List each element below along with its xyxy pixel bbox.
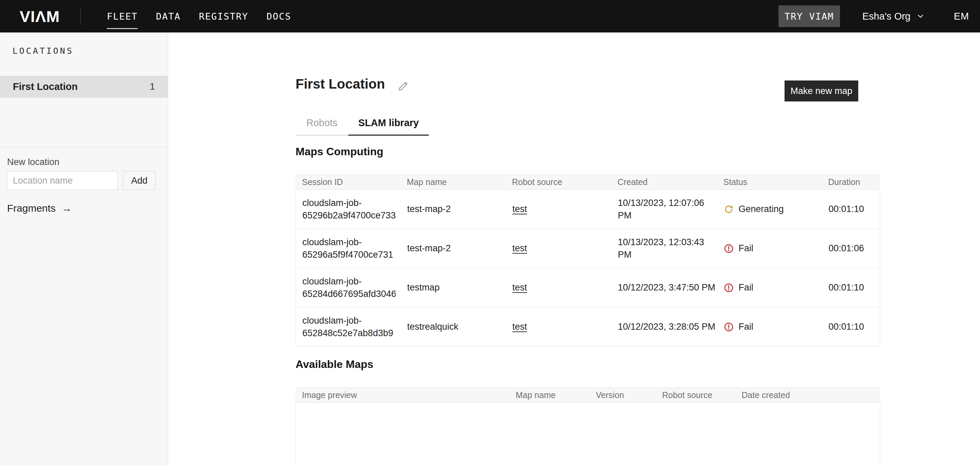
- fragments-link[interactable]: Fragments →: [7, 202, 72, 214]
- map-name-text: testmap: [407, 282, 440, 293]
- created-cell: 10/13/2023, 12:07:06 PM: [611, 197, 717, 222]
- table-row: cloudslam-job-652848c52e7ab8d3b9 testrea…: [296, 307, 880, 347]
- location-name: First Location: [13, 81, 78, 92]
- maps-computing-table-header: Session ID Map name Robot source Created…: [296, 175, 880, 190]
- duration-text: 00:01:10: [829, 321, 864, 332]
- status-cell: Fail: [717, 321, 822, 333]
- maps-computing-heading: Maps Computing: [296, 145, 383, 158]
- primary-nav: FLEET DATA REGISTRY DOCS: [107, 11, 291, 22]
- chevron-down-icon: [916, 12, 925, 21]
- duration-cell: 00:01:10: [822, 282, 880, 294]
- viam-logo[interactable]: VIΛM: [20, 7, 60, 26]
- robot-source-cell: test: [506, 321, 611, 333]
- column-header-duration: Duration: [822, 177, 880, 187]
- robot-source-link[interactable]: test: [512, 321, 527, 332]
- created-text: 10/13/2023, 12:07:06 PM: [618, 197, 717, 222]
- maps-computing-table-body: cloudslam-job-65296b2a9f4700ce733 test-m…: [296, 190, 880, 347]
- session-id-cell: cloudslam-job-652848c52e7ab8d3b9: [296, 315, 401, 340]
- available-maps-empty-body: [296, 403, 880, 466]
- fragments-label: Fragments: [7, 202, 56, 214]
- column-header-status: Status: [717, 177, 822, 187]
- column-header-date-created: Date created: [735, 390, 880, 400]
- page-title: First Location: [296, 76, 385, 92]
- map-name-cell: testrealquick: [401, 321, 506, 333]
- created-cell: 10/12/2023, 3:47:50 PM: [611, 282, 717, 294]
- column-header-map-name: Map name: [509, 390, 589, 400]
- created-cell: 10/13/2023, 12:03:43 PM: [611, 236, 717, 261]
- map-name-cell: test-map-2: [401, 203, 506, 215]
- status-cell: Fail: [717, 282, 822, 294]
- nav-data[interactable]: DATA: [156, 11, 181, 22]
- nav-registry[interactable]: REGISTRY: [199, 11, 248, 22]
- new-location-input[interactable]: [7, 171, 118, 190]
- status-text: Fail: [738, 321, 753, 333]
- sidebar-divider: [0, 147, 168, 147]
- edit-location-name-button[interactable]: [396, 79, 410, 94]
- arrow-right-icon: →: [62, 202, 72, 214]
- column-header-created: Created: [611, 177, 717, 187]
- available-maps-table: Image preview Map name Version Robot sou…: [296, 388, 880, 466]
- status-cell: Fail: [717, 242, 822, 254]
- session-id-cell: cloudslam-job-65296b2a9f4700ce733: [296, 197, 401, 222]
- session-id-text: cloudslam-job-65296a5f9f4700ce731: [302, 236, 396, 261]
- nav-docs[interactable]: DOCS: [266, 11, 291, 22]
- session-id-cell: cloudslam-job-65296a5f9f4700ce731: [296, 236, 401, 261]
- add-location-button[interactable]: Add: [123, 171, 156, 190]
- session-id-text: cloudslam-job-65296b2a9f4700ce733: [302, 197, 396, 222]
- maps-computing-table: Session ID Map name Robot source Created…: [296, 175, 880, 347]
- session-id-cell: cloudslam-job-65284d667695afd3046: [296, 275, 401, 300]
- robot-source-cell: test: [506, 242, 611, 254]
- map-name-text: test-map-2: [407, 243, 451, 253]
- duration-cell: 00:01:10: [822, 203, 880, 215]
- map-name-text: test-map-2: [407, 204, 451, 214]
- org-name: Esha's Org: [862, 11, 911, 22]
- locations-sidebar: LOCATIONS First Location 1 New location …: [0, 32, 168, 466]
- location-tabs: Robots SLAM library: [296, 117, 429, 135]
- available-maps-table-header: Image preview Map name Version Robot sou…: [296, 388, 880, 403]
- table-row: cloudslam-job-65284d667695afd3046 testma…: [296, 268, 880, 307]
- fail-icon: [724, 322, 734, 332]
- try-viam-button[interactable]: TRY VIAM: [778, 5, 840, 27]
- status-cell: Generating: [717, 203, 822, 215]
- duration-text: 00:01:06: [829, 243, 864, 253]
- user-menu[interactable]: EM: [954, 11, 969, 22]
- created-text: 10/12/2023, 3:28:05 PM: [618, 321, 717, 333]
- status-text: Generating: [738, 203, 784, 215]
- generating-icon: [724, 204, 734, 215]
- robot-source-link[interactable]: test: [512, 204, 527, 214]
- robot-source-cell: test: [506, 282, 611, 294]
- duration-text: 00:01:10: [829, 204, 864, 214]
- duration-cell: 00:01:10: [822, 321, 880, 333]
- map-name-cell: test-map-2: [401, 242, 506, 254]
- make-new-map-button[interactable]: Make new map: [784, 81, 858, 102]
- tab-robots[interactable]: Robots: [296, 117, 348, 135]
- map-name-text: testrealquick: [407, 321, 458, 332]
- map-name-cell: testmap: [401, 282, 506, 294]
- column-header-robot-source: Robot source: [506, 177, 611, 187]
- table-row: cloudslam-job-65296a5f9f4700ce731 test-m…: [296, 229, 880, 268]
- robot-source-link[interactable]: test: [512, 282, 527, 293]
- robot-source-cell: test: [506, 203, 611, 215]
- top-nav-bar: VIΛM FLEET DATA REGISTRY DOCS TRY VIAM E…: [0, 0, 980, 32]
- created-text: 10/13/2023, 12:03:43 PM: [618, 236, 717, 261]
- fail-icon: [724, 243, 734, 254]
- pencil-icon: [397, 80, 409, 92]
- duration-cell: 00:01:06: [822, 242, 880, 254]
- column-header-session-id: Session ID: [296, 177, 400, 187]
- org-switcher[interactable]: Esha's Org: [862, 11, 925, 22]
- duration-text: 00:01:10: [829, 282, 864, 293]
- topbar-divider: [80, 8, 81, 25]
- nav-fleet[interactable]: FLEET: [107, 11, 138, 22]
- sidebar-heading: LOCATIONS: [13, 46, 73, 56]
- main-content: First Location Make new map Robots SLAM …: [169, 32, 980, 466]
- created-cell: 10/12/2023, 3:28:05 PM: [611, 321, 717, 333]
- created-text: 10/12/2023, 3:47:50 PM: [618, 282, 717, 294]
- new-location-label: New location: [7, 157, 59, 167]
- session-id-text: cloudslam-job-652848c52e7ab8d3b9: [302, 315, 396, 340]
- app-window: VIΛM FLEET DATA REGISTRY DOCS TRY VIAM E…: [0, 0, 980, 466]
- location-item-first-location[interactable]: First Location 1: [0, 76, 168, 98]
- location-robot-count: 1: [150, 81, 155, 92]
- tab-slam-library[interactable]: SLAM library: [348, 117, 429, 135]
- column-header-map-name: Map name: [400, 177, 506, 187]
- robot-source-link[interactable]: test: [512, 243, 527, 253]
